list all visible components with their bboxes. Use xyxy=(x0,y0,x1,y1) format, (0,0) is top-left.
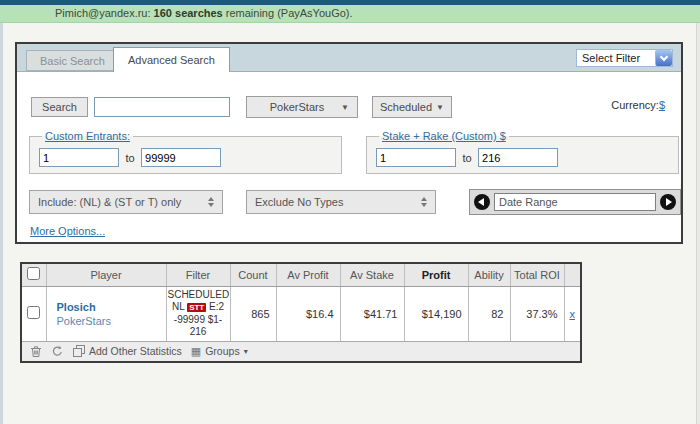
stake-rake-fieldset: Stake + Rake (Custom) $ to xyxy=(366,130,679,174)
network-select[interactable]: PokerStars ▼ xyxy=(246,96,358,118)
schedule-select-value: Scheduled xyxy=(380,101,432,113)
tab-strip: Basic Search Advanced Search Select Filt… xyxy=(17,44,681,72)
right-arrow-icon xyxy=(666,198,672,206)
refresh-icon[interactable] xyxy=(51,345,64,358)
select-filter-value: Select Filter xyxy=(577,50,655,66)
remove-row-link[interactable]: x xyxy=(570,308,576,320)
col-filter[interactable]: Filter xyxy=(166,264,230,286)
tab-basic-search[interactable]: Basic Search xyxy=(26,50,119,71)
search-input[interactable] xyxy=(94,97,230,117)
entrants-from-input[interactable] xyxy=(39,148,119,167)
trash-icon[interactable] xyxy=(30,345,42,358)
select-filter-arrow-button[interactable] xyxy=(655,50,672,66)
dropdown-arrow-icon: ▾ xyxy=(244,347,248,356)
dropdown-arrow-icon: ▼ xyxy=(436,103,444,112)
total-roi-cell: 37.3% xyxy=(510,286,564,341)
custom-entrants-legend[interactable]: Custom Entrants: xyxy=(42,130,133,142)
chevron-down-icon xyxy=(660,53,668,61)
searches-remaining-count: 160 searches xyxy=(154,7,223,19)
stake-from-input[interactable] xyxy=(376,148,456,167)
col-profit[interactable]: Profit xyxy=(404,264,468,286)
player-name-link[interactable]: Plosich xyxy=(57,300,166,314)
add-other-statistics-button[interactable]: Add Other Statistics xyxy=(73,345,182,357)
col-player[interactable]: Player xyxy=(46,264,166,286)
account-email: Pimich@yandex.ru: xyxy=(55,7,151,19)
col-av-stake[interactable]: Av Stake xyxy=(340,264,404,286)
col-total-roi[interactable]: Total ROI xyxy=(510,264,564,286)
profit-cell: $14,190 xyxy=(404,286,468,341)
window-left-edge xyxy=(0,23,3,424)
add-other-statistics-label: Add Other Statistics xyxy=(89,345,182,357)
col-av-profit[interactable]: Av Profit xyxy=(276,264,340,286)
groups-button[interactable]: ▦ Groups ▾ xyxy=(191,345,248,358)
table-row: Plosich PokerStars SCHEDULED NL STT E:2 … xyxy=(22,286,580,341)
col-ability[interactable]: Ability xyxy=(468,264,510,286)
schedule-select[interactable]: Scheduled ▼ xyxy=(372,96,452,118)
select-filter-dropdown[interactable]: Select Filter xyxy=(576,49,673,67)
player-network-link[interactable]: PokerStars xyxy=(57,314,166,328)
groups-label: Groups xyxy=(205,345,239,357)
network-select-value: PokerStars xyxy=(270,101,324,113)
left-arrow-icon xyxy=(478,198,484,206)
date-range-input[interactable] xyxy=(494,193,656,211)
account-status-bar: Pimich@yandex.ru: 160 searches remaining… xyxy=(0,5,700,23)
stake-to-word: to xyxy=(462,152,471,164)
updown-arrows-icon xyxy=(421,197,427,207)
searches-remaining-text: remaining (PayAsYouGo). xyxy=(226,7,353,19)
row-checkbox[interactable] xyxy=(27,306,40,319)
window-right-edge xyxy=(696,23,700,424)
av-profit-cell: $16.4 xyxy=(276,286,340,341)
stake-to-input[interactable] xyxy=(478,148,558,167)
results-table-box: Player Filter Count Av Profit Av Stake P… xyxy=(20,262,582,363)
remove-cell: x xyxy=(564,286,580,341)
custom-entrants-fieldset: Custom Entrants: to xyxy=(29,130,342,174)
search-panel: Basic Search Advanced Search Select Filt… xyxy=(15,42,683,244)
col-count[interactable]: Count xyxy=(230,264,276,286)
include-types-select[interactable]: Include: (NL) & (ST or T) only xyxy=(29,190,223,214)
stt-badge: STT xyxy=(187,303,206,312)
select-all-checkbox[interactable] xyxy=(27,267,40,280)
currency-link[interactable]: $ xyxy=(659,99,665,111)
results-table: Player Filter Count Av Profit Av Stake P… xyxy=(22,264,580,342)
av-stake-cell: $41.71 xyxy=(340,286,404,341)
select-all-checkbox-cell xyxy=(22,264,46,286)
more-options-link[interactable]: More Options... xyxy=(30,225,105,237)
table-toolbar: Add Other Statistics ▦ Groups ▾ xyxy=(22,342,580,361)
dropdown-arrow-icon: ▼ xyxy=(341,103,349,112)
entrants-to-word: to xyxy=(125,152,134,164)
count-cell: 865 xyxy=(230,286,276,341)
filter-cell: SCHEDULED NL STT E:2 -99999 $1-216 xyxy=(166,286,230,341)
tab-advanced-search[interactable]: Advanced Search xyxy=(113,47,230,72)
exclude-types-value: Exclude No Types xyxy=(255,196,343,208)
search-button[interactable]: Search xyxy=(31,97,88,117)
date-range-widget xyxy=(469,189,681,215)
updown-arrows-icon xyxy=(208,197,214,207)
currency-label: Currency: xyxy=(611,99,659,111)
currency-setting: Currency:$ xyxy=(611,99,665,111)
col-remove xyxy=(564,264,580,286)
ability-cell: 82 xyxy=(468,286,510,341)
copy-icon xyxy=(73,345,85,357)
exclude-types-select[interactable]: Exclude No Types xyxy=(246,190,436,214)
entrants-to-input[interactable] xyxy=(141,148,221,167)
player-cell: Plosich PokerStars xyxy=(46,286,166,341)
row-checkbox-cell xyxy=(22,286,46,341)
date-range-prev-button[interactable] xyxy=(474,194,490,210)
date-range-next-button[interactable] xyxy=(660,194,676,210)
stake-rake-legend[interactable]: Stake + Rake (Custom) $ xyxy=(379,130,509,142)
include-types-value: Include: (NL) & (ST or T) only xyxy=(38,196,181,208)
grid-icon: ▦ xyxy=(191,345,201,358)
results-header-row: Player Filter Count Av Profit Av Stake P… xyxy=(22,264,580,286)
